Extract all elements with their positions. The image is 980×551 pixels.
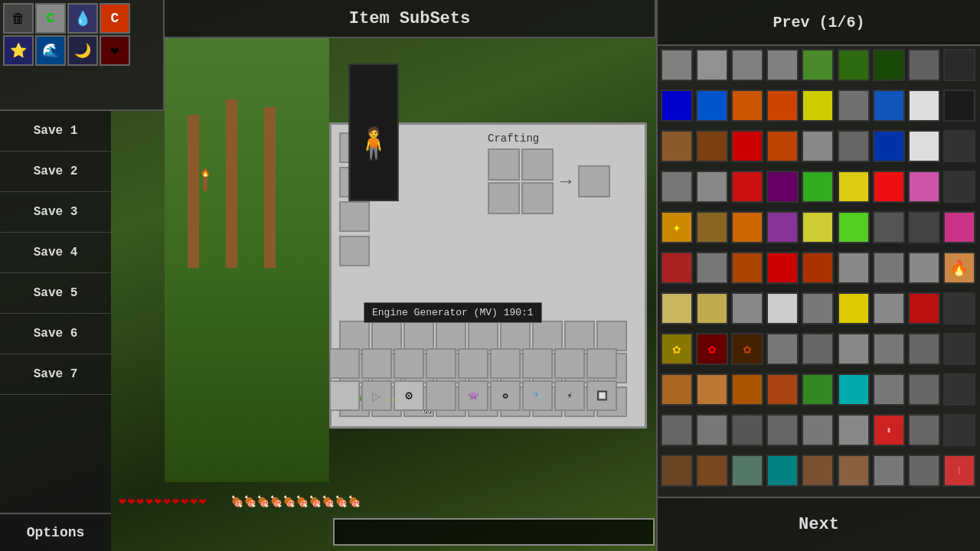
item-cell[interactable] — [766, 252, 799, 284]
item-cell[interactable] — [838, 414, 870, 446]
item-cell[interactable] — [696, 49, 728, 81]
item-cell[interactable]: ✿ — [661, 333, 693, 365]
item-cell[interactable] — [731, 252, 763, 284]
item-cell[interactable] — [908, 90, 940, 122]
item-cell[interactable] — [661, 90, 693, 122]
item-cell[interactable] — [731, 373, 763, 406]
equipment-slot-3[interactable] — [339, 201, 370, 232]
item-cell[interactable] — [731, 455, 763, 487]
inv-slot-machine-7[interactable]: 🔲 — [586, 380, 617, 411]
item-cell[interactable] — [696, 414, 728, 446]
item-cell[interactable] — [731, 211, 763, 243]
item-cell[interactable] — [873, 171, 905, 203]
prev-button[interactable]: Prev (1/6) — [656, 0, 980, 46]
hotbar-icon-c1[interactable]: C — [35, 3, 66, 34]
item-cell[interactable] — [838, 373, 870, 406]
item-cell[interactable] — [731, 49, 763, 81]
inv-slot[interactable] — [532, 321, 563, 351]
item-cell[interactable] — [731, 292, 763, 324]
item-cell[interactable] — [696, 171, 728, 203]
item-cell[interactable] — [696, 292, 728, 324]
item-cell[interactable] — [696, 130, 728, 162]
item-cell[interactable] — [766, 211, 799, 243]
inv-slot[interactable] — [436, 321, 466, 351]
item-cell[interactable] — [802, 333, 834, 365]
item-cell[interactable] — [696, 90, 728, 122]
item-cell[interactable] — [766, 292, 799, 324]
inv-slot[interactable] — [500, 321, 531, 351]
item-cell[interactable] — [908, 292, 940, 324]
inv-slot[interactable] — [596, 321, 627, 351]
item-cell[interactable] — [802, 90, 834, 122]
item-cell[interactable] — [838, 90, 870, 122]
item-cell[interactable] — [661, 414, 693, 446]
item-cell[interactable] — [873, 211, 905, 243]
save-slot-4[interactable]: Save 4 — [0, 233, 111, 273]
inv-slot-machine-3[interactable]: 👾 — [458, 380, 488, 411]
inv-slot-machine-5[interactable]: 🔧 — [522, 380, 553, 411]
item-cell[interactable] — [838, 130, 870, 162]
item-cell[interactable] — [731, 171, 763, 203]
item-cell[interactable] — [908, 373, 940, 406]
inv-slot[interactable] — [339, 321, 370, 351]
item-cell[interactable] — [908, 455, 940, 487]
item-cell[interactable] — [838, 211, 870, 243]
item-cell[interactable] — [802, 49, 834, 81]
item-cell[interactable] — [838, 292, 870, 324]
inv-slot[interactable] — [468, 321, 498, 351]
inv-slot[interactable] — [371, 321, 402, 351]
item-cell[interactable] — [802, 455, 834, 487]
item-cell[interactable] — [838, 171, 870, 203]
item-cell[interactable] — [943, 211, 975, 243]
item-cell[interactable] — [661, 373, 693, 406]
inv-slot[interactable] — [403, 321, 434, 351]
inv-slot[interactable] — [564, 321, 595, 351]
item-cell[interactable] — [766, 171, 799, 203]
item-cell[interactable] — [943, 292, 975, 324]
item-cell[interactable] — [802, 130, 834, 162]
inv-machine-1[interactable] — [329, 380, 360, 411]
item-cell[interactable] — [696, 373, 728, 406]
item-cell[interactable] — [766, 333, 799, 365]
item-cell[interactable] — [908, 211, 940, 243]
item-cell[interactable] — [661, 292, 693, 324]
item-cell[interactable] — [661, 130, 693, 162]
item-cell[interactable] — [731, 414, 763, 446]
next-button[interactable]: Next — [656, 497, 980, 551]
item-cell[interactable] — [873, 130, 905, 162]
craft-output-slot[interactable] — [578, 165, 610, 197]
item-cell[interactable]: | — [943, 455, 975, 487]
inv-machine-hover[interactable]: ▷ — [361, 380, 392, 411]
hotbar-icon-heart-red[interactable]: ❤ — [100, 35, 130, 66]
item-cell[interactable]: ✿ — [731, 333, 763, 365]
chat-input[interactable] — [333, 518, 655, 546]
item-cell[interactable]: ✦ — [661, 211, 693, 243]
item-cell[interactable] — [908, 252, 940, 284]
craft-slot-4[interactable] — [521, 182, 554, 214]
item-cell[interactable] — [873, 455, 905, 487]
item-cell[interactable] — [766, 90, 799, 122]
inv-slot-machine-4[interactable]: ⚙ — [490, 380, 521, 411]
item-cell[interactable] — [908, 414, 940, 446]
item-cell[interactable] — [838, 49, 870, 81]
hotbar-icon-moon[interactable]: 🌙 — [67, 35, 98, 66]
item-cell[interactable] — [943, 171, 975, 203]
item-cell[interactable] — [766, 130, 799, 162]
item-cell[interactable] — [873, 292, 905, 324]
item-cell[interactable] — [943, 49, 975, 81]
item-cell[interactable] — [873, 90, 905, 122]
equipment-slot-4[interactable] — [339, 236, 370, 266]
inv-slot[interactable] — [426, 380, 456, 411]
item-cell[interactable] — [661, 49, 693, 81]
hotbar-icon-water[interactable]: 💧 — [67, 3, 98, 34]
item-cell[interactable] — [802, 373, 834, 406]
hotbar-icon-c2[interactable]: C — [100, 3, 130, 34]
item-cell[interactable] — [661, 171, 693, 203]
save-slot-1[interactable]: Save 1 — [0, 111, 111, 152]
hotbar-icon-star[interactable]: ⭐ — [3, 35, 34, 66]
item-cell[interactable] — [696, 211, 728, 243]
save-slot-6[interactable]: Save 6 — [0, 314, 111, 354]
item-cell[interactable] — [908, 130, 940, 162]
item-cell[interactable] — [802, 211, 834, 243]
item-cell[interactable] — [908, 171, 940, 203]
